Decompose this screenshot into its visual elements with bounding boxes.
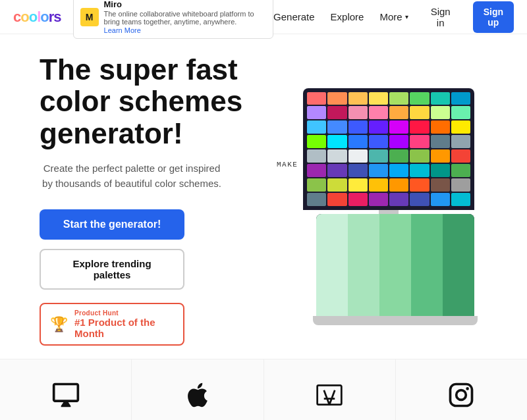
logo-area: coolors	[13, 9, 61, 26]
signin-button[interactable]: Sign in	[424, 2, 457, 32]
coolors-logo[interactable]: coolors	[13, 9, 61, 26]
monitor-swatch	[431, 193, 450, 206]
monitor-swatch	[348, 135, 368, 148]
monitor-swatch	[451, 178, 470, 192]
monitor-swatch	[348, 106, 368, 119]
monitor-swatch	[369, 120, 388, 134]
monitor-swatch	[369, 164, 388, 177]
monitor-swatch	[410, 149, 429, 163]
monitor-swatch	[348, 193, 368, 206]
nav-more-button[interactable]: More ▾	[379, 11, 408, 22]
monitor-swatch	[410, 135, 429, 148]
hero-section: The super fast color schemes generator! …	[0, 34, 527, 359]
monitor-swatch	[431, 149, 450, 163]
monitor-swatch	[431, 92, 450, 105]
monitor-swatch	[307, 106, 326, 119]
monitor-swatch	[431, 178, 450, 192]
monitor-swatch	[327, 92, 347, 105]
monitor-swatch	[348, 120, 368, 134]
monitor-swatch	[327, 106, 347, 119]
monitor-swatch	[389, 164, 408, 177]
apple-icon	[183, 381, 212, 409]
hero-subtitle: Create the perfect palette or get inspir…	[40, 161, 224, 191]
adobe-platform-icon[interactable]	[264, 359, 396, 420]
trophy-icon: 🏆	[50, 316, 68, 333]
monitor-swatch	[307, 193, 326, 206]
laptop-swatch	[348, 214, 379, 316]
desktop-platform-icon[interactable]	[0, 359, 132, 420]
monitor-swatch	[410, 178, 429, 192]
monitor-swatch	[307, 92, 326, 105]
monitor-swatch	[327, 135, 347, 148]
monitor-swatch	[348, 178, 368, 192]
monitor-swatch	[389, 178, 408, 192]
monitor-swatch	[389, 106, 408, 119]
monitor-swatch	[431, 135, 450, 148]
nav-explore-link[interactable]: Explore	[331, 11, 364, 22]
monitor-swatch	[327, 149, 347, 163]
monitor-swatch	[410, 92, 429, 105]
laptop-swatch	[443, 214, 474, 316]
monitor-swatch	[389, 92, 408, 105]
monitor-swatch	[369, 193, 388, 206]
monitor-swatch	[431, 164, 450, 177]
monitor-swatch	[431, 106, 450, 119]
miro-ad-text: Miro The online collaborative whiteboard…	[104, 0, 267, 34]
monitor-swatch	[327, 193, 347, 206]
monitor-swatch	[389, 193, 408, 206]
monitor-swatch	[389, 149, 408, 163]
monitor-icon	[51, 381, 80, 409]
monitor-swatch	[410, 164, 429, 177]
monitor-swatch	[369, 106, 388, 119]
product-hunt-badge[interactable]: 🏆 Product Hunt #1 Product of the Month	[40, 303, 184, 346]
monitor-swatch	[451, 193, 470, 206]
monitor-swatch	[307, 149, 326, 163]
laptop-swatch	[411, 214, 443, 316]
monitor-swatch	[307, 135, 326, 148]
monitor-swatch	[389, 120, 408, 134]
monitor-swatch	[410, 106, 429, 119]
miro-advertisement[interactable]: M Miro The online collaborative whiteboa…	[73, 0, 274, 39]
monitor-swatch	[451, 92, 470, 105]
miro-logo-icon: M	[80, 8, 99, 26]
laptop-swatch	[379, 214, 411, 316]
laptop-screen	[316, 214, 474, 316]
monitor-screen	[303, 88, 474, 210]
monitor-illustration	[303, 88, 487, 233]
monitor-swatch	[451, 135, 470, 148]
monitor-swatch	[327, 164, 347, 177]
monitor-swatch	[451, 149, 470, 163]
monitor-swatch	[348, 164, 368, 177]
laptop-illustration	[316, 214, 474, 325]
monitor-swatch	[369, 135, 388, 148]
monitor-swatch	[431, 120, 450, 134]
monitor-swatch	[369, 92, 388, 105]
monitor-swatch	[348, 92, 368, 105]
instagram-platform-icon[interactable]	[396, 359, 527, 420]
monitor-swatch	[410, 120, 429, 134]
monitor-swatch	[389, 135, 408, 148]
bottom-platform-bar	[0, 359, 527, 420]
monitor-swatch	[327, 178, 347, 192]
hero-title: The super fast color schemes generator!	[40, 54, 264, 149]
monitor-swatch	[307, 120, 326, 134]
monitor-swatch	[451, 164, 470, 177]
chevron-down-icon: ▾	[405, 13, 408, 20]
explore-palettes-button[interactable]: Explore trending palettes	[40, 249, 184, 290]
miro-learn-more-link[interactable]: Learn More	[104, 26, 267, 34]
monitor-swatch	[369, 178, 388, 192]
navbar: coolors M Miro The online collaborative …	[0, 0, 527, 34]
apple-platform-icon[interactable]	[132, 359, 264, 420]
nav-generate-link[interactable]: Generate	[273, 11, 315, 22]
monitor-swatch	[451, 106, 470, 119]
instagram-icon	[447, 381, 476, 409]
product-hunt-text: Product Hunt #1 Product of the Month	[74, 309, 174, 339]
monitor-swatch	[307, 178, 326, 192]
monitor-swatch	[451, 120, 470, 134]
monitor-swatch	[410, 193, 429, 206]
monitor-swatch	[348, 149, 368, 163]
signup-button[interactable]: Sign up	[473, 1, 514, 33]
start-generator-button[interactable]: Start the generator!	[40, 209, 184, 240]
nav-links: Generate Explore More ▾ Sign in Sign up	[273, 1, 514, 33]
hero-illustration: EXPLORE MAKE A PALETTE	[264, 75, 501, 325]
